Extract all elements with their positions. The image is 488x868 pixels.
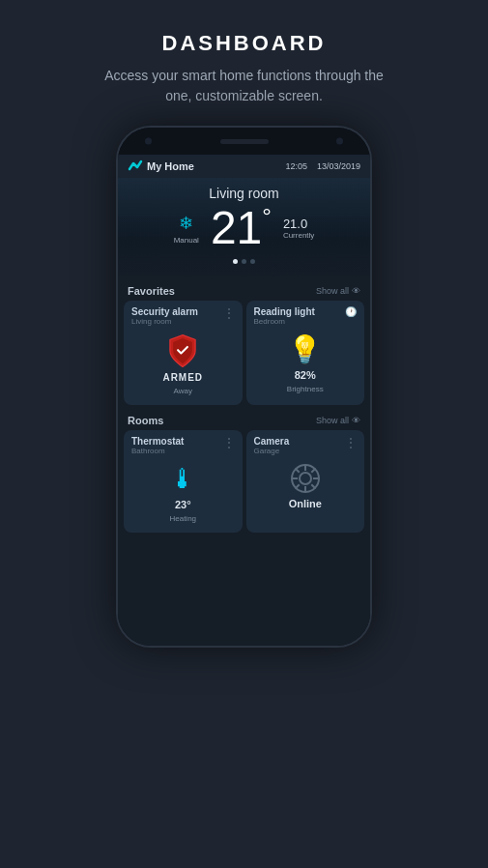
hero-section: Living room ❄ Manual 21° 21.0 Currently: [118, 178, 370, 279]
card-subtitle: Living room: [131, 317, 198, 326]
dot-2[interactable]: [242, 259, 246, 264]
card-subtitle: Garage: [254, 447, 290, 455]
favorites-show-all[interactable]: Show all 👁: [316, 286, 360, 296]
camera-card[interactable]: Camera Garage ⋮: [246, 430, 365, 533]
card-body: Online: [254, 455, 358, 513]
app-content: My Home 12:05 13/03/2019 Living room ❄ M…: [118, 155, 370, 646]
card-title: Security alarm: [131, 306, 198, 317]
degree-symbol: °: [262, 203, 272, 229]
card-header: Camera Garage ⋮: [254, 436, 358, 455]
snowflake-icon: ❄: [179, 213, 193, 234]
svg-line-6: [295, 469, 299, 473]
card-body: ARMED Away: [131, 326, 235, 399]
page-subtitle: Access your smart home functions through…: [100, 66, 389, 106]
card-subtitle: Bathroom: [131, 447, 184, 455]
shield-svg: [165, 333, 200, 368]
eye-icon: 👁: [352, 416, 360, 425]
card-header: Reading light Bedroom: [254, 306, 358, 326]
bulb-icon: 💡: [288, 333, 322, 365]
card-title: Reading light: [254, 306, 315, 317]
card-subtitle: Bedroom: [254, 317, 315, 326]
logo-svg: [128, 159, 143, 174]
brightness-label: 82%: [295, 369, 316, 381]
favorites-title: Favorites: [128, 285, 175, 297]
card-menu-icon[interactable]: ⋮: [345, 436, 357, 449]
armed-label: ARMED: [162, 372, 203, 383]
card-body: 🌡 23° Heating: [131, 455, 235, 527]
rooms-header: Rooms Show all 👁: [118, 409, 370, 430]
card-title-area: Thermostat Bathroom: [131, 436, 184, 455]
card-title-area: Reading light Bedroom: [254, 306, 315, 326]
rooms-title: Rooms: [128, 415, 163, 426]
thermostat-card[interactable]: Thermostat Bathroom ⋮ 🌡 23° Heating: [124, 430, 243, 533]
phone-top-bar: [118, 128, 370, 155]
phone-speaker: [220, 139, 269, 144]
card-title: Camera: [254, 436, 290, 447]
rooms-show-all[interactable]: Show all 👁: [316, 416, 360, 425]
currently-label: Currently: [283, 231, 314, 240]
room-name: Living room: [129, 186, 359, 201]
manual-mode-area: ❄ Manual: [174, 213, 199, 245]
current-temp-value: 21.0: [283, 217, 307, 231]
away-label: Away: [174, 387, 192, 395]
online-label: Online: [289, 498, 322, 509]
phone-camera-right: [336, 138, 343, 145]
manual-label: Manual: [174, 236, 199, 245]
status-time: 12:05: [285, 161, 307, 171]
status-bar-left: My Home: [128, 159, 194, 174]
eye-icon: 👁: [352, 286, 360, 296]
security-alarm-card[interactable]: Security alarm Living room ⋮ ARMED A: [124, 301, 243, 405]
svg-line-8: [311, 469, 315, 473]
camera-icon: [290, 463, 321, 494]
phone-camera-left: [145, 138, 152, 145]
page-title: DASHBOARD: [100, 31, 389, 56]
phone-frame: My Home 12:05 13/03/2019 Living room ❄ M…: [116, 126, 372, 648]
favorites-header: Favorites Show all 👁: [118, 279, 370, 301]
current-temp-area: 21.0 Currently: [283, 217, 314, 240]
svg-line-9: [295, 484, 299, 488]
card-title: Thermostat: [131, 436, 184, 447]
heating-label: Heating: [169, 514, 196, 523]
card-body: 💡 82% Brightness: [254, 326, 358, 397]
card-title-area: Camera Garage: [254, 436, 290, 455]
svg-line-7: [311, 484, 315, 488]
app-logo-icon: [128, 159, 143, 174]
status-date: 13/03/2019: [317, 161, 360, 171]
card-header: Thermostat Bathroom ⋮: [131, 436, 235, 455]
svg-point-1: [300, 473, 311, 484]
card-header: Security alarm Living room ⋮: [131, 306, 235, 326]
temp-value: 23°: [175, 499, 191, 510]
clock-icon: 🕐: [345, 306, 357, 317]
brightness-sub: Brightness: [287, 385, 324, 393]
big-temperature: 21°: [211, 205, 272, 251]
rooms-grid: Thermostat Bathroom ⋮ 🌡 23° Heating Came…: [118, 430, 370, 536]
card-menu-icon[interactable]: ⋮: [223, 306, 235, 320]
dot-indicator: [129, 259, 359, 264]
favorites-grid: Security alarm Living room ⋮ ARMED A: [118, 301, 370, 409]
reading-light-card[interactable]: Reading light Bedroom 🕐 💡 82% Brightness: [246, 301, 365, 405]
card-menu-icon[interactable]: ⋮: [223, 436, 235, 449]
status-bar: My Home 12:05 13/03/2019: [118, 155, 370, 178]
page-header: DASHBOARD Access your smart home functio…: [100, 31, 389, 106]
app-name: My Home: [147, 160, 194, 172]
status-bar-datetime: 12:05 13/03/2019: [285, 161, 360, 171]
shield-icon: [165, 333, 200, 368]
temperature-row: ❄ Manual 21° 21.0 Currently: [129, 205, 359, 251]
dot-1[interactable]: [233, 259, 238, 264]
dot-3[interactable]: [250, 259, 255, 264]
card-title-area: Security alarm Living room: [131, 306, 198, 326]
thermometer-icon: 🌡: [169, 463, 196, 495]
